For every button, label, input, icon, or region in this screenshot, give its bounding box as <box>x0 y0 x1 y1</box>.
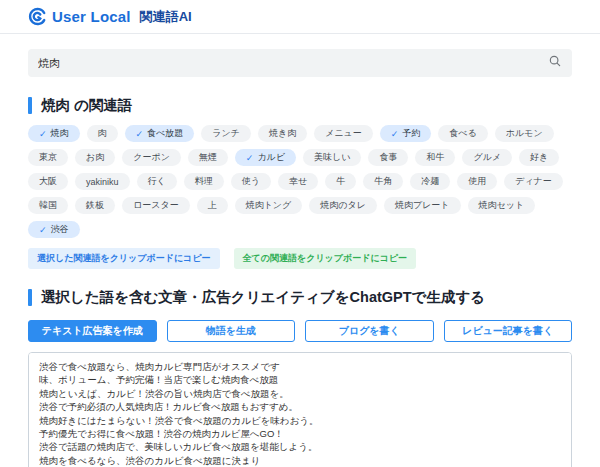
tag-chip[interactable]: 使う <box>231 173 271 190</box>
generate-button[interactable]: 物語を生成 <box>167 320 296 342</box>
tag-chip[interactable]: ロースター <box>122 197 190 214</box>
copy-all-button[interactable]: 全ての関連語をクリップボードにコピー <box>234 248 417 269</box>
generate-button[interactable]: レビュー記事を書く <box>444 320 573 342</box>
app-name: 関連語AI <box>140 8 192 26</box>
tag-label: 美味しい <box>314 151 350 164</box>
tag-label: 行く <box>148 175 166 188</box>
search-input[interactable] <box>38 57 548 69</box>
tag-label: 幸せ <box>289 175 307 188</box>
tag-label: クーポン <box>133 151 170 164</box>
tag-label: 使う <box>242 175 260 188</box>
app-header: User Local 関連語AI <box>0 0 600 34</box>
tag-chip[interactable]: ✓食べ放題 <box>125 125 195 142</box>
tag-chip[interactable]: ランチ <box>201 125 251 142</box>
tag-label: 渋谷 <box>51 223 69 236</box>
tag-label: 予約 <box>402 127 420 140</box>
tag-chip[interactable]: 焼肉プレート <box>384 197 461 214</box>
tag-chip[interactable]: 肉 <box>87 125 118 142</box>
tag-chip[interactable]: 美味しい <box>303 149 361 166</box>
tag-chip[interactable]: 料理 <box>184 173 224 190</box>
tag-chip[interactable]: 焼肉のタレ <box>309 197 377 214</box>
tag-chip[interactable]: ✓渋谷 <box>28 221 80 238</box>
tag-label: 上 <box>208 199 217 212</box>
tag-chip[interactable]: 食事 <box>368 149 408 166</box>
tag-label: 食べ放題 <box>147 127 183 140</box>
tag-label: 無煙 <box>199 151 217 164</box>
tag-label: ロースター <box>133 199 179 212</box>
userlocal-logo-icon <box>28 7 47 26</box>
generate-title: 選択した語を含む文章・広告クリエイティブをChatGPTで生成する <box>41 288 485 307</box>
heading-accent-bar <box>28 97 32 114</box>
generate-button[interactable]: テキスト広告案を作成 <box>28 320 157 342</box>
tag-chip[interactable]: 牛角 <box>363 173 403 190</box>
check-icon: ✓ <box>246 153 254 163</box>
tag-chip[interactable]: 大阪 <box>28 173 68 190</box>
tag-chip[interactable]: 和牛 <box>415 149 455 166</box>
tag-chip[interactable]: 牛 <box>325 173 356 190</box>
tag-chip[interactable]: ✓カルビ <box>235 149 296 166</box>
tag-label: グルメ <box>473 151 501 164</box>
tag-label: ホルモン <box>506 127 543 140</box>
tag-label: 東京 <box>39 151 57 164</box>
tag-chip[interactable]: メニュー <box>314 125 373 142</box>
tag-label: 焼き肉 <box>269 127 296 140</box>
heading-accent-bar <box>28 289 32 306</box>
tag-chip[interactable]: 食べる <box>438 125 487 142</box>
tag-label: 使用 <box>468 175 486 188</box>
tag-chip[interactable]: ホルモン <box>495 125 554 142</box>
brand-name: User Local <box>52 8 131 25</box>
tag-label: 食事 <box>379 151 397 164</box>
tag-label: ランチ <box>212 127 240 140</box>
tag-list: ✓焼肉肉✓食べ放題ランチ焼き肉メニュー✓予約食べるホルモン東京お肉クーポン無煙✓… <box>28 125 572 238</box>
tag-label: 鉄板 <box>86 199 104 212</box>
copy-links-row: 選択した関連語をクリップボードにコピー 全ての関連語をクリップボードにコピー <box>28 248 572 269</box>
search-icon[interactable] <box>548 54 562 72</box>
tag-label: 牛角 <box>374 175 392 188</box>
tag-chip[interactable]: クーポン <box>122 149 181 166</box>
tag-chip[interactable]: 好き <box>519 149 559 166</box>
tag-label: yakiniku <box>86 177 119 187</box>
tag-label: 食べる <box>449 127 476 140</box>
tag-chip[interactable]: 焼肉トング <box>235 197 303 214</box>
tag-chip[interactable]: お肉 <box>75 149 115 166</box>
tag-label: 冷麺 <box>421 175 439 188</box>
tag-chip[interactable]: 焼肉セット <box>468 197 536 214</box>
tag-label: 焼肉 <box>51 127 69 140</box>
tag-chip[interactable]: 冷麺 <box>410 173 450 190</box>
tag-chip[interactable]: ✓焼肉 <box>28 125 80 142</box>
tag-label: 好き <box>530 151 548 164</box>
tag-label: 和牛 <box>426 151 444 164</box>
tag-chip[interactable]: 上 <box>197 197 228 214</box>
tag-chip[interactable]: 東京 <box>28 149 68 166</box>
generate-button-row: テキスト広告案を作成物語を生成ブログを書くレビュー記事を書く <box>28 320 572 342</box>
tag-label: 焼肉トング <box>246 199 292 212</box>
related-words-title: 焼肉 の関連語 <box>41 96 132 115</box>
tag-label: 焼肉セット <box>479 199 525 212</box>
tag-chip[interactable]: 幸せ <box>278 173 318 190</box>
tag-chip[interactable]: 行く <box>137 173 177 190</box>
tag-label: カルビ <box>257 151 285 164</box>
tag-label: 料理 <box>195 175 213 188</box>
tag-chip[interactable]: yakiniku <box>75 173 130 190</box>
related-words-heading: 焼肉 の関連語 <box>28 96 572 115</box>
tag-chip[interactable]: 焼き肉 <box>258 125 307 142</box>
tag-label: 牛 <box>336 175 345 188</box>
tag-label: 韓国 <box>39 199 57 212</box>
userlocal-logo[interactable]: User Local 関連語AI <box>28 7 192 26</box>
generated-text-area[interactable] <box>28 352 572 467</box>
copy-selected-button[interactable]: 選択した関連語をクリップボードにコピー <box>28 248 220 269</box>
generate-heading: 選択した語を含む文章・広告クリエイティブをChatGPTで生成する <box>28 288 572 307</box>
tag-chip[interactable]: 鉄板 <box>75 197 115 214</box>
tag-chip[interactable]: グルメ <box>462 149 512 166</box>
tag-chip[interactable]: 韓国 <box>28 197 68 214</box>
check-icon: ✓ <box>391 129 399 139</box>
tag-chip[interactable]: ✓予約 <box>380 125 432 142</box>
generate-button[interactable]: ブログを書く <box>305 320 434 342</box>
tag-chip[interactable]: 無煙 <box>188 149 228 166</box>
tag-label: 焼肉のタレ <box>320 199 366 212</box>
tag-label: 肉 <box>98 127 107 140</box>
tag-chip[interactable]: ディナー <box>504 173 563 190</box>
tag-chip[interactable]: 使用 <box>457 173 497 190</box>
check-icon: ✓ <box>136 129 144 139</box>
tag-label: ディナー <box>515 175 552 188</box>
